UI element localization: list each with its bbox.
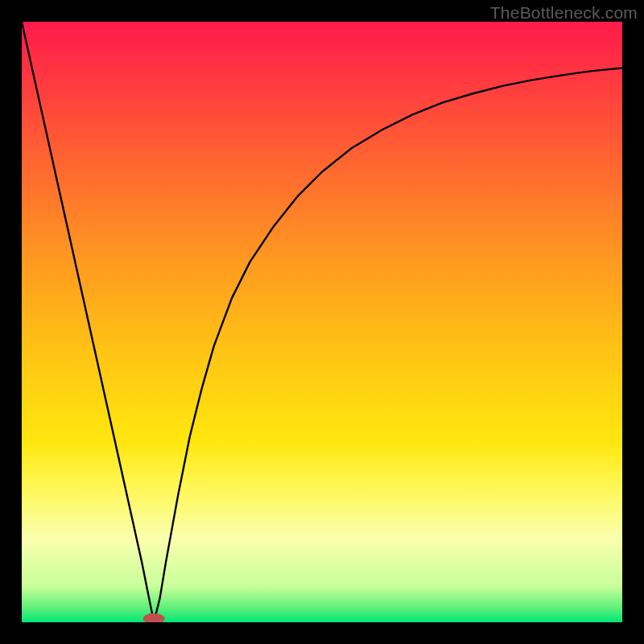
gradient-background [22, 22, 622, 622]
chart-svg [22, 22, 622, 622]
plot-area [22, 22, 622, 622]
watermark-text: TheBottleneck.com [490, 3, 638, 23]
chart-frame: TheBottleneck.com [0, 0, 644, 644]
